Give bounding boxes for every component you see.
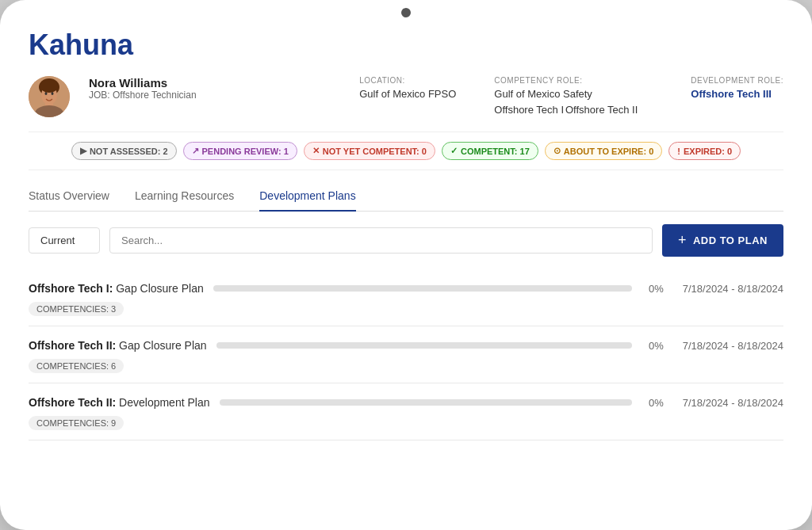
tab-development-plans[interactable]: Development Plans <box>259 183 355 212</box>
location-label: LOCATION: <box>359 76 456 85</box>
progress-pct-0: 0% <box>642 283 664 295</box>
user-job: JOB: Offshore Technician <box>89 90 197 101</box>
toolbar: Current + ADD TO PLAN <box>29 224 783 257</box>
badge-not-assessed-icon: ▶ <box>80 146 86 156</box>
plan-title-0: Offshore Tech I: Gap Closure Plan <box>29 282 204 295</box>
comp-role-2: Offshore Tech I <box>494 104 564 116</box>
competency-role-label: COMPETENCY ROLE: <box>494 76 653 85</box>
badge-competent-label: COMPETENT: 17 <box>461 147 530 156</box>
competency-badge-1: COMPETENCIES: 6 <box>29 359 124 373</box>
plan-dates-0: 7/18/2024 - 8/18/2024 <box>683 283 783 295</box>
plan-row-0: Offshore Tech I: Gap Closure Plan 0% 7/1… <box>29 282 783 295</box>
tab-status-overview[interactable]: Status Overview <box>29 183 109 212</box>
plan-row-1: Offshore Tech II: Gap Closure Plan 0% 7/… <box>29 339 783 352</box>
svg-point-7 <box>40 80 58 93</box>
tab-status-overview-label: Status Overview <box>29 189 109 202</box>
badge-pending-review[interactable]: ↗ PENDING REVIEW: 1 <box>183 142 297 160</box>
plan-dates-1: 7/18/2024 - 8/18/2024 <box>683 340 783 352</box>
badge-about-to-expire[interactable]: ⊙ ABOUT TO EXPIRE: 0 <box>545 142 663 160</box>
competency-role-values: Gulf of Mexico Safety Offshore Tech I Of… <box>494 88 653 116</box>
badge-pending-label: PENDING REVIEW: 1 <box>202 147 289 156</box>
plan-dates-2: 7/18/2024 - 8/18/2024 <box>683 397 783 409</box>
top-notch <box>401 8 411 17</box>
device-frame: Kahuna <box>0 0 812 530</box>
development-role-label: DEVELOPMENT ROLE: <box>691 76 783 85</box>
plan-item-0: Offshore Tech I: Gap Closure Plan 0% 7/1… <box>29 269 783 326</box>
development-role-block: DEVELOPMENT ROLE: Offshore Tech III <box>691 76 783 100</box>
status-bar: ▶ NOT ASSESSED: 2 ↗ PENDING REVIEW: 1 ✕ … <box>29 132 783 170</box>
badge-expired-label: EXPIRED: 0 <box>684 147 732 156</box>
development-role-value: Offshore Tech III <box>691 88 783 100</box>
badge-not-competent-icon: ✕ <box>312 146 320 156</box>
comp-role-1: Gulf of Mexico Safety <box>494 88 592 102</box>
competency-badge-2: COMPETENCIES: 9 <box>29 416 124 430</box>
badge-pending-icon: ↗ <box>192 146 199 156</box>
filter-current[interactable]: Current <box>29 227 100 254</box>
competency-badge-0: COMPETENCIES: 3 <box>29 302 124 316</box>
badge-competent-icon: ✓ <box>450 146 458 156</box>
plan-item-1: Offshore Tech II: Gap Closure Plan 0% 7/… <box>29 326 783 383</box>
add-to-plan-label: ADD TO PLAN <box>693 234 768 246</box>
plan-title-2: Offshore Tech II: Development Plan <box>29 396 210 409</box>
progress-pct-1: 0% <box>642 340 664 352</box>
avatar <box>29 76 70 117</box>
tab-learning-resources-label: Learning Resources <box>135 189 234 202</box>
badge-not-assessed[interactable]: ▶ NOT ASSESSED: 2 <box>71 142 177 160</box>
competency-role-block: COMPETENCY ROLE: Gulf of Mexico Safety O… <box>494 76 653 116</box>
badge-not-assessed-label: NOT ASSESSED: 2 <box>90 147 168 156</box>
badge-competent[interactable]: ✓ COMPETENT: 17 <box>442 142 538 160</box>
tabs-row: Status Overview Learning Resources Devel… <box>29 183 783 212</box>
progress-bar-1 <box>216 342 632 349</box>
badge-expired[interactable]: ! EXPIRED: 0 <box>668 142 741 160</box>
badge-expire-label: ABOUT TO EXPIRE: 0 <box>564 147 654 156</box>
user-header: Nora Williams JOB: Offshore Technician L… <box>29 76 783 117</box>
plan-row-2: Offshore Tech II: Development Plan 0% 7/… <box>29 396 783 409</box>
add-to-plan-button[interactable]: + ADD TO PLAN <box>662 224 783 257</box>
badge-expire-icon: ⊙ <box>553 146 561 156</box>
user-name: Nora Williams <box>89 76 197 90</box>
badge-expired-icon: ! <box>677 147 680 156</box>
user-info: Nora Williams JOB: Offshore Technician <box>89 76 197 101</box>
plan-title-1: Offshore Tech II: Gap Closure Plan <box>29 339 207 352</box>
location-block: LOCATION: Gulf of Mexico FPSO <box>359 76 456 100</box>
plans-list: Offshore Tech I: Gap Closure Plan 0% 7/1… <box>29 269 783 440</box>
app-logo: Kahuna <box>29 29 783 62</box>
search-input[interactable] <box>109 227 653 254</box>
tab-learning-resources[interactable]: Learning Resources <box>135 183 234 212</box>
progress-pct-2: 0% <box>642 397 664 409</box>
plan-item-2: Offshore Tech II: Development Plan 0% 7/… <box>29 383 783 440</box>
progress-bar-0 <box>213 285 632 292</box>
comp-role-3: Offshore Tech II <box>565 104 638 116</box>
add-to-plan-plus: + <box>678 232 687 249</box>
badge-not-competent-label: NOT YET COMPETENT: 0 <box>323 147 427 156</box>
avatar-image <box>29 76 70 117</box>
location-value: Gulf of Mexico FPSO <box>359 88 456 100</box>
progress-bar-2 <box>220 399 632 406</box>
app-content: Kahuna <box>0 6 812 530</box>
tab-development-plans-label: Development Plans <box>259 189 355 202</box>
user-meta: LOCATION: Gulf of Mexico FPSO COMPETENCY… <box>359 76 783 116</box>
badge-not-competent[interactable]: ✕ NOT YET COMPETENT: 0 <box>304 142 435 160</box>
